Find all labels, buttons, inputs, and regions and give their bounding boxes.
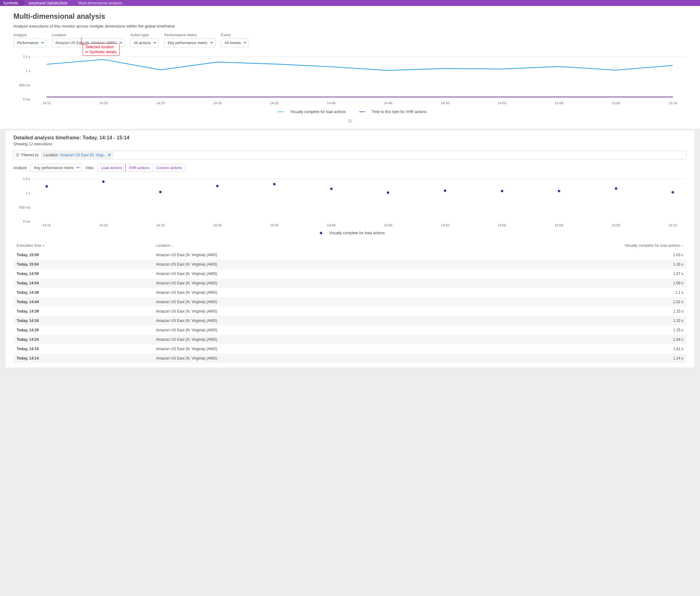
- filter-analyze-label: Analyze: [14, 33, 46, 37]
- filtered-by-label: Filtered by: [21, 153, 41, 157]
- filter-metric-label: Performance metric: [164, 33, 215, 37]
- y-tick: 1.5 s: [23, 177, 30, 181]
- col-metric[interactable]: Visually complete for load actions◇: [425, 241, 686, 250]
- breadcrumb: Synthetic easytravel 2adults2kids Multi-…: [0, 0, 700, 6]
- y-tick: 0 ms: [23, 220, 30, 223]
- chip-value: Amazon US East (N. Virgi...: [60, 153, 106, 157]
- detailed-analyze-dropdown[interactable]: Key performance metric: [31, 164, 82, 172]
- filter-chip-location: Location: Amazon US East (N. Virgi... ✕: [41, 152, 113, 158]
- x-tick: 14:20: [99, 101, 108, 105]
- view-segment: Load actionsXHR actionsCustom actions: [97, 164, 185, 172]
- x-tick: 15:00: [555, 223, 564, 227]
- legend-item[interactable]: Visually complete for load actions: [316, 231, 385, 235]
- filter-action-label: Action type: [130, 33, 159, 37]
- crumb-monitor[interactable]: easytravel 2adults2kids: [23, 0, 72, 6]
- x-tick: 14:45: [384, 223, 393, 227]
- filter-action-dropdown[interactable]: All actions: [130, 39, 159, 47]
- col-execution-time[interactable]: Execution time▼: [14, 241, 153, 250]
- chevron-down-icon: [76, 166, 79, 170]
- filter-icon: [14, 153, 21, 157]
- page-title: Multi-dimensional analysis: [14, 12, 686, 21]
- performance-line-chart: 0 ms500 ms1 s1.5 s 14:1514:2014:2514:301…: [14, 57, 686, 107]
- chip-key: Location:: [44, 153, 59, 157]
- filter-analyze-value: Performance: [17, 41, 39, 45]
- detailed-showing: Showing 12 executions: [14, 142, 686, 146]
- table-row[interactable]: Today, 14:54Amazon US East (N. Virginia)…: [14, 278, 686, 288]
- table-row[interactable]: Today, 14:14Amazon US East (N. Virginia)…: [14, 354, 686, 363]
- chip-remove-button[interactable]: ✕: [106, 153, 112, 157]
- scatter-point[interactable]: [45, 185, 48, 188]
- table-row[interactable]: Today, 14:29Amazon US East (N. Virginia)…: [14, 325, 686, 335]
- x-tick: 14:15: [42, 101, 51, 105]
- x-tick: 14:25: [156, 223, 165, 227]
- detailed-analyze-value: Key performance metric: [34, 166, 74, 170]
- view-tab-custom-actions[interactable]: Custom actions: [153, 164, 185, 172]
- filter-metric-dropdown[interactable]: Key performance metric: [164, 39, 215, 47]
- scatter-point[interactable]: [672, 191, 674, 194]
- filter-event-label: Event: [221, 33, 249, 37]
- chevron-down-icon: [119, 41, 122, 45]
- scatter-point[interactable]: [501, 190, 503, 192]
- scatter-point[interactable]: [159, 191, 161, 193]
- x-tick: 14:30: [213, 223, 222, 227]
- callout-line2: in Synthetic details: [85, 50, 117, 55]
- filter-action-value: All actions: [134, 41, 151, 45]
- x-tick: 15:00: [555, 101, 564, 105]
- table-row[interactable]: Today, 14:59Amazon US East (N. Virginia)…: [14, 269, 686, 278]
- table-row[interactable]: Today, 14:34Amazon US East (N. Virginia)…: [14, 316, 686, 325]
- x-tick: 14:40: [327, 223, 336, 227]
- x-tick: 14:35: [270, 101, 279, 105]
- detailed-heading: Detailed analysis timeframe: Today, 14:1…: [14, 135, 686, 141]
- scatter-chart-legend: Visually complete for load actions: [14, 231, 686, 235]
- scatter-point[interactable]: [387, 191, 389, 194]
- execution-scatter-chart: 0 ms500 ms1 s1.5 s 14:1514:2014:2514:301…: [14, 179, 686, 229]
- zoom-out-button[interactable]: [14, 117, 686, 127]
- x-tick: 14:35: [270, 223, 279, 227]
- y-tick: 1 s: [26, 69, 30, 73]
- scatter-point[interactable]: [273, 183, 276, 185]
- filter-event-dropdown[interactable]: All events: [221, 39, 249, 47]
- filter-location-label: Location: [52, 33, 125, 37]
- table-row[interactable]: Today, 15:09Amazon US East (N. Virginia)…: [14, 250, 686, 259]
- legend-item[interactable]: Visually complete for load actions: [273, 109, 346, 114]
- x-tick: 14:45: [384, 101, 393, 105]
- scatter-point[interactable]: [216, 185, 219, 187]
- col-location[interactable]: Location◇: [153, 241, 425, 250]
- table-row[interactable]: Today, 14:19Amazon US East (N. Virginia)…: [14, 344, 686, 354]
- table-row[interactable]: Today, 14:49Amazon US East (N. Virginia)…: [14, 288, 686, 297]
- scatter-point[interactable]: [615, 187, 617, 190]
- table-row[interactable]: Today, 15:04Amazon US East (N. Virginia)…: [14, 259, 686, 269]
- x-tick: 14:55: [498, 101, 506, 105]
- view-tab-load-actions[interactable]: Load actions: [97, 164, 126, 172]
- table-row[interactable]: Today, 14:39Amazon US East (N. Virginia)…: [14, 306, 686, 316]
- callout-line1: Selected location: [85, 45, 117, 50]
- executions-table: Execution time▼ Location◇ Visually compl…: [14, 241, 686, 363]
- detailed-view-label: View: [85, 166, 94, 170]
- x-tick: 15:10: [669, 223, 677, 227]
- x-tick: 14:40: [327, 101, 336, 105]
- scatter-point[interactable]: [444, 190, 446, 192]
- location-callout: Selected location in Synthetic details: [83, 44, 120, 56]
- chevron-down-icon: [41, 41, 44, 45]
- legend-item[interactable]: Time to first byte for XHR actions: [355, 109, 427, 114]
- detailed-analyze-label: Analyze: [14, 166, 27, 170]
- x-tick: 15:10: [669, 101, 677, 105]
- table-row[interactable]: Today, 14:24Amazon US East (N. Virginia)…: [14, 335, 686, 344]
- scatter-point[interactable]: [558, 190, 560, 192]
- x-tick: 14:50: [441, 101, 449, 105]
- table-row[interactable]: Today, 14:44Amazon US East (N. Virginia)…: [14, 297, 686, 306]
- scatter-point[interactable]: [102, 180, 105, 183]
- crumb-current: Multi-dimensional analysis: [72, 0, 127, 6]
- scatter-point[interactable]: [330, 188, 333, 190]
- filter-analyze-dropdown[interactable]: Performance: [14, 39, 46, 47]
- line-chart-legend: Visually complete for load actionsTime t…: [14, 109, 686, 114]
- x-tick: 15:05: [612, 101, 621, 105]
- filter-event-value: All events: [225, 41, 241, 45]
- x-tick: 14:20: [99, 223, 108, 227]
- view-tab-xhr-actions[interactable]: XHR actions: [125, 164, 153, 172]
- crumb-synthetic[interactable]: Synthetic: [0, 0, 23, 6]
- y-tick: 500 ms: [19, 83, 30, 87]
- x-tick: 14:15: [42, 223, 51, 227]
- filter-bar[interactable]: Filtered by Location: Amazon US East (N.…: [14, 151, 686, 159]
- chevron-down-icon: [210, 41, 213, 45]
